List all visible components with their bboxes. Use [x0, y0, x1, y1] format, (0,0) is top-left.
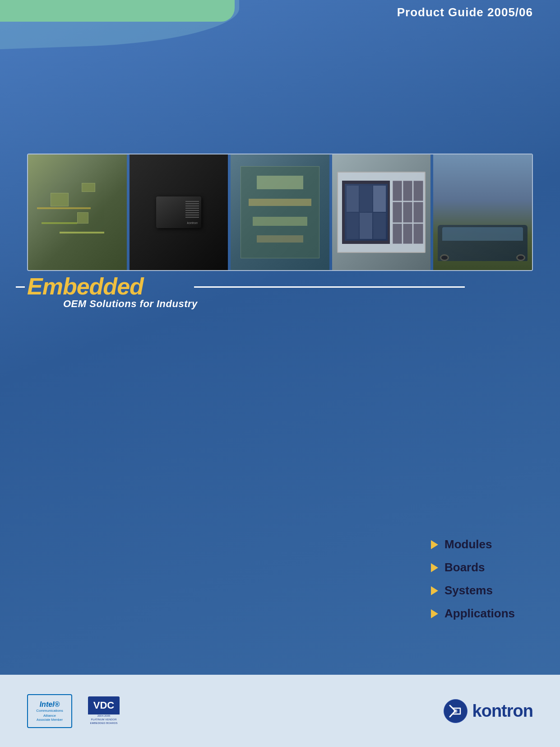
vent-line-4 — [185, 208, 199, 209]
panel-btn-5 — [403, 202, 412, 222]
image-panel-transport — [433, 154, 532, 270]
menu-item-modules: Modules — [431, 537, 515, 551]
vdc-line2: PLATINUM VENDOR — [91, 718, 116, 721]
intel-line2: Alliance — [43, 714, 56, 718]
menu-item-boards: Boards — [431, 560, 515, 574]
logos-left-group: Intel® Communications Alliance Associate… — [27, 694, 126, 728]
device-box: kontron — [156, 196, 201, 228]
vdc-line3: EMBEDDED BOARDS — [90, 722, 117, 724]
hero-subtitle: OEM Solutions for Industry — [63, 298, 198, 310]
panel-btn-3 — [413, 181, 423, 201]
vehicle-wheel-2 — [516, 254, 525, 261]
intel-logo: Intel® Communications Alliance Associate… — [27, 694, 72, 728]
page-title: Product Guide 2005/06 — [397, 5, 533, 19]
vent-line-3 — [185, 205, 199, 206]
kontron-brand-text: kontron — [472, 701, 533, 721]
menu-arrow-boards — [431, 563, 438, 572]
screen-grid — [345, 184, 388, 241]
hero-main-label: Embedded — [27, 273, 143, 300]
panel-display — [337, 172, 426, 252]
vent-line-2 — [185, 203, 199, 204]
image-panel-industrial — [332, 154, 431, 270]
line-right-decoration — [194, 286, 465, 288]
menu-label-applications: Applications — [444, 607, 515, 621]
menu-label-boards: Boards — [444, 560, 485, 574]
hero-image-strip: kontron — [27, 154, 533, 271]
panel-btn-1 — [393, 181, 402, 201]
panel-btn-6 — [413, 202, 423, 222]
screen-cell-6 — [373, 213, 386, 239]
screen-cell-1 — [347, 186, 359, 212]
vent-line-7 — [185, 215, 199, 215]
svg-point-1 — [454, 709, 457, 713]
vent-line-1 — [185, 201, 199, 202]
board-chip-1 — [257, 176, 304, 189]
board-chip-4 — [257, 235, 304, 243]
panel-btn-2 — [403, 181, 412, 201]
panel-btn-4 — [393, 202, 402, 222]
board-detail — [241, 166, 319, 259]
pcb-chip-2 — [77, 212, 88, 224]
intel-line3: Associate Member — [37, 718, 63, 721]
menu-item-systems: Systems — [431, 584, 515, 598]
panel-btn-7 — [393, 224, 402, 244]
vehicle-wheel-1 — [440, 254, 449, 261]
panel-screen — [342, 181, 390, 244]
top-accent-bar — [0, 0, 235, 22]
image-panel-vertical-board — [231, 154, 329, 270]
image-panel-circuit-board — [28, 154, 127, 270]
screen-cell-3 — [373, 186, 386, 212]
panel-btn-8 — [403, 224, 412, 244]
image-panel-black-device: kontron — [130, 154, 228, 270]
pcb-connector-1 — [37, 207, 91, 209]
main-background — [0, 0, 560, 747]
kontron-icon-svg — [443, 699, 468, 724]
menu-arrow-modules — [431, 540, 438, 549]
menu-arrow-systems — [431, 586, 438, 595]
intel-brand-text: Intel® — [40, 700, 60, 709]
vehicle-cabin — [442, 227, 523, 241]
vehicle-silhouette — [438, 225, 528, 261]
vent-line-5 — [185, 210, 199, 211]
pcb-connector-3 — [60, 232, 104, 233]
menu-arrow-applications — [431, 609, 438, 618]
menu-item-applications: Applications — [431, 607, 515, 621]
screen-cell-2 — [360, 186, 372, 212]
vdc-subtitle: 2004-2005 PLATINUM VENDOR EMBEDDED BOARD… — [86, 714, 122, 725]
screen-cell-5 — [360, 213, 372, 239]
panel-btn-9 — [413, 224, 423, 244]
pcb-chip-3 — [82, 183, 95, 192]
vdc-logo: VDC 2004-2005 PLATINUM VENDOR EMBEDDED B… — [81, 694, 126, 728]
menu-label-systems: Systems — [444, 584, 493, 598]
vdc-line1: 2004-2005 — [97, 714, 111, 717]
vent-line-6 — [185, 212, 199, 213]
screen-cell-4 — [347, 213, 359, 239]
board-chip-2 — [249, 199, 311, 206]
circuit-detail — [32, 163, 122, 261]
device-vents — [185, 201, 199, 224]
menu-list: Modules Boards Systems Applications — [431, 537, 515, 621]
panel-buttons — [393, 181, 423, 244]
board-chip-3 — [253, 217, 307, 226]
vdc-brand-text: VDC — [88, 696, 120, 714]
line-left-decoration — [16, 286, 25, 288]
pcb-connector-2 — [42, 222, 77, 224]
bottom-logos-area: Intel® Communications Alliance Associate… — [0, 675, 560, 747]
vent-line-8 — [185, 217, 199, 218]
menu-label-modules: Modules — [444, 537, 492, 551]
intel-line1: Communications — [36, 709, 63, 713]
device-logo: kontron — [187, 221, 198, 224]
pcb-chip-1 — [51, 193, 69, 206]
kontron-logo: kontron — [443, 699, 533, 724]
